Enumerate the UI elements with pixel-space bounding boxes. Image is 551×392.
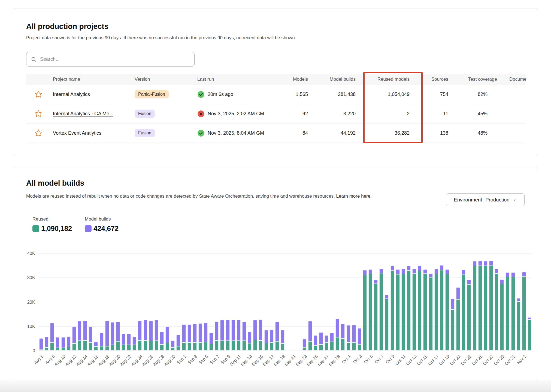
bar-builds-segment[interactable] bbox=[259, 319, 262, 340]
bar-builds-segment[interactable] bbox=[149, 321, 153, 341]
bar-reused-segment[interactable] bbox=[105, 346, 109, 351]
bar-builds-segment[interactable] bbox=[67, 336, 71, 347]
bar-builds-segment[interactable] bbox=[281, 330, 284, 343]
bar-builds-segment[interactable] bbox=[347, 325, 350, 342]
bar-builds-segment[interactable] bbox=[308, 321, 312, 341]
bar-builds-segment[interactable] bbox=[456, 287, 460, 299]
col-version[interactable]: Version bbox=[132, 77, 195, 82]
bar-builds-segment[interactable] bbox=[511, 272, 515, 277]
bar-reused-segment[interactable] bbox=[132, 345, 136, 351]
bar-reused-segment[interactable] bbox=[363, 275, 367, 351]
bar-reused-segment[interactable] bbox=[429, 277, 433, 351]
bar-reused-segment[interactable] bbox=[347, 342, 350, 351]
bar-reused-segment[interactable] bbox=[253, 340, 257, 351]
bar-builds-segment[interactable] bbox=[182, 324, 186, 342]
bar-reused-segment[interactable] bbox=[165, 343, 169, 351]
bar-builds-segment[interactable] bbox=[105, 321, 109, 346]
project-name-link[interactable]: Vortex Event Analytics bbox=[51, 130, 132, 136]
bar-builds-segment[interactable] bbox=[89, 327, 92, 343]
bar-reused-segment[interactable] bbox=[467, 284, 471, 351]
bar-reused-segment[interactable] bbox=[67, 347, 71, 351]
bar-builds-segment[interactable] bbox=[248, 332, 252, 343]
bar-reused-segment[interactable] bbox=[72, 343, 76, 351]
bar-reused-segment[interactable] bbox=[302, 347, 306, 351]
bar-reused-segment[interactable] bbox=[176, 346, 180, 351]
bar-reused-segment[interactable] bbox=[182, 342, 186, 351]
bar-builds-segment[interactable] bbox=[100, 333, 104, 346]
bar-reused-segment[interactable] bbox=[314, 346, 317, 351]
bar-reused-segment[interactable] bbox=[50, 343, 54, 351]
bar-builds-segment[interactable] bbox=[209, 333, 213, 344]
bar-reused-segment[interactable] bbox=[522, 277, 526, 351]
bar-builds-segment[interactable] bbox=[270, 330, 274, 343]
bar-builds-segment[interactable] bbox=[341, 324, 345, 339]
bar-reused-segment[interactable] bbox=[358, 344, 361, 351]
bar-builds-segment[interactable] bbox=[253, 320, 257, 340]
bar-builds-segment[interactable] bbox=[451, 299, 455, 309]
bar-builds-segment[interactable] bbox=[160, 332, 164, 345]
bar-reused-segment[interactable] bbox=[456, 299, 460, 351]
bar-reused-segment[interactable] bbox=[440, 270, 444, 351]
bar-builds-segment[interactable] bbox=[237, 320, 241, 341]
bar-builds-segment[interactable] bbox=[165, 327, 169, 343]
bar-builds-segment[interactable] bbox=[440, 265, 444, 270]
bar-builds-segment[interactable] bbox=[418, 266, 422, 271]
bar-builds-segment[interactable] bbox=[72, 327, 76, 344]
bar-reused-segment[interactable] bbox=[144, 340, 147, 351]
bar-builds-segment[interactable] bbox=[467, 280, 471, 284]
bar-reused-segment[interactable] bbox=[434, 274, 438, 351]
bar-reused-segment[interactable] bbox=[242, 341, 246, 351]
bar-reused-segment[interactable] bbox=[308, 341, 312, 351]
col-model-builds[interactable]: Model builds bbox=[318, 77, 365, 82]
bar-builds-segment[interactable] bbox=[204, 323, 208, 342]
project-name-link[interactable]: Internal Analytics bbox=[51, 92, 132, 97]
bar-reused-segment[interactable] bbox=[94, 346, 98, 351]
col-models[interactable]: Models bbox=[285, 77, 318, 82]
bar-builds-segment[interactable] bbox=[264, 330, 268, 343]
bar-builds-segment[interactable] bbox=[122, 334, 125, 345]
bar-reused-segment[interactable] bbox=[127, 345, 131, 351]
bar-reused-segment[interactable] bbox=[237, 341, 241, 351]
bar-builds-segment[interactable] bbox=[226, 320, 230, 341]
bar-builds-segment[interactable] bbox=[335, 319, 339, 337]
search-input[interactable] bbox=[40, 56, 182, 62]
bar-reused-segment[interactable] bbox=[149, 341, 153, 351]
bar-reused-segment[interactable] bbox=[209, 344, 213, 351]
bar-builds-segment[interactable] bbox=[352, 325, 356, 342]
bar-reused-segment[interactable] bbox=[379, 273, 383, 351]
bar-builds-segment[interactable] bbox=[473, 261, 477, 266]
bar-reused-segment[interactable] bbox=[215, 340, 219, 351]
legend-model-builds[interactable]: Model builds 424,672 bbox=[85, 216, 119, 233]
bar-builds-segment[interactable] bbox=[176, 335, 180, 346]
environment-select[interactable]: Environment Production bbox=[446, 193, 525, 206]
bar-builds-segment[interactable] bbox=[220, 320, 224, 341]
bar-builds-segment[interactable] bbox=[500, 279, 504, 284]
bar-builds-segment[interactable] bbox=[314, 335, 317, 346]
bar-reused-segment[interactable] bbox=[89, 343, 92, 351]
bar-builds-segment[interactable] bbox=[78, 321, 81, 341]
bar-reused-segment[interactable] bbox=[445, 274, 449, 351]
bar-reused-segment[interactable] bbox=[500, 284, 504, 351]
bar-reused-segment[interactable] bbox=[390, 271, 394, 351]
bar-builds-segment[interactable] bbox=[368, 269, 372, 274]
favorite-star-icon[interactable] bbox=[34, 129, 43, 137]
bar-reused-segment[interactable] bbox=[511, 277, 515, 351]
bar-builds-segment[interactable] bbox=[155, 320, 158, 341]
bar-builds-segment[interactable] bbox=[528, 317, 531, 319]
bar-builds-segment[interactable] bbox=[517, 298, 520, 301]
bar-reused-segment[interactable] bbox=[412, 274, 416, 351]
bar-builds-segment[interactable] bbox=[363, 270, 367, 275]
bar-builds-segment[interactable] bbox=[138, 321, 142, 340]
bar-builds-segment[interactable] bbox=[319, 332, 323, 345]
bar-reused-segment[interactable] bbox=[489, 266, 493, 351]
bar-builds-segment[interactable] bbox=[127, 334, 131, 345]
bar-builds-segment[interactable] bbox=[144, 320, 147, 340]
bar-reused-segment[interactable] bbox=[385, 299, 389, 351]
bar-reused-segment[interactable] bbox=[341, 339, 345, 351]
bar-reused-segment[interactable] bbox=[193, 342, 197, 351]
bar-reused-segment[interactable] bbox=[138, 340, 142, 351]
bar-builds-segment[interactable] bbox=[111, 322, 114, 345]
bar-builds-segment[interactable] bbox=[434, 269, 438, 274]
bar-builds-segment[interactable] bbox=[379, 269, 383, 273]
bar-builds-segment[interactable] bbox=[39, 338, 43, 350]
